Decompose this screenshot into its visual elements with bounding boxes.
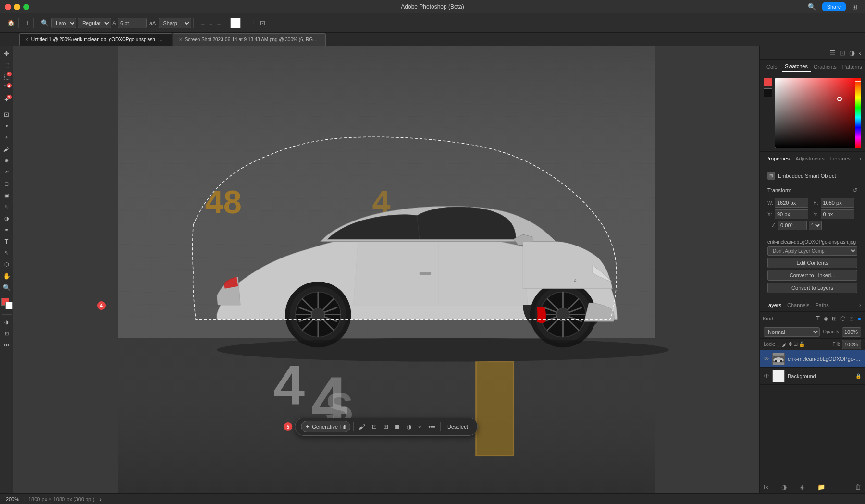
lock-position-btn[interactable]: ✥ bbox=[788, 341, 792, 347]
opacity-input[interactable] bbox=[842, 327, 861, 337]
y-input[interactable] bbox=[821, 209, 854, 219]
lock-image-btn[interactable]: 🖌 bbox=[782, 342, 787, 347]
ft-more-button[interactable]: ••• bbox=[426, 421, 437, 432]
text-baseline-button[interactable]: ⊥ bbox=[249, 18, 257, 28]
tab-channels[interactable]: Channels bbox=[785, 300, 811, 310]
color-gradient-picker[interactable] bbox=[775, 78, 861, 148]
gradient-tool-button[interactable]: ▣ bbox=[1, 190, 12, 200]
panels-button[interactable]: ⊞ bbox=[850, 2, 860, 12]
delete-layer-btn[interactable]: 🗑 bbox=[855, 483, 861, 491]
generative-fill-button[interactable]: ✦ Generative Fill bbox=[301, 421, 350, 432]
tab1-close[interactable]: × bbox=[25, 37, 28, 42]
filter-smartobj-btn[interactable]: ⊡ bbox=[848, 315, 855, 322]
quick-mask-button[interactable]: ◑ bbox=[1, 317, 12, 327]
lock-artboard-btn[interactable]: ⊡ bbox=[793, 341, 798, 347]
layer-item-0[interactable]: 👁 erik-mclean-dbLgODXOPgo-unsplash bbox=[760, 350, 865, 368]
layer-0-visibility[interactable]: 👁 bbox=[764, 356, 769, 362]
crop-tool-button[interactable]: ⊡ bbox=[1, 109, 12, 120]
minimize-button[interactable] bbox=[14, 4, 20, 10]
ft-fill-button[interactable]: ◼ bbox=[393, 421, 402, 432]
stamp-tool-button[interactable]: ⊕ bbox=[1, 155, 12, 166]
ft-transform-button[interactable]: ⊡ bbox=[370, 421, 379, 432]
history-brush-button[interactable]: ↶ bbox=[1, 167, 12, 177]
convert-linked-button[interactable]: Convert to Linked... bbox=[767, 270, 857, 281]
deselect-button[interactable]: Deselect bbox=[444, 422, 472, 431]
add-filter-btn[interactable]: fx bbox=[764, 483, 768, 491]
layer-item-1[interactable]: 👁 Background 🔒 bbox=[760, 368, 865, 385]
text-tool-icon[interactable]: T bbox=[25, 18, 31, 28]
tab-swatches[interactable]: Swatches bbox=[782, 61, 811, 72]
tab-document-2[interactable]: × Screen Shot 2023-06-14 at 9.13.43 AM.p… bbox=[173, 33, 326, 46]
resize-font-icon[interactable]: aA bbox=[148, 19, 157, 27]
font-family-select[interactable]: Lato bbox=[51, 18, 76, 28]
anti-alias-select[interactable]: Sharp Smooth Crisp bbox=[159, 18, 191, 28]
lock-all-btn[interactable]: 🔒 bbox=[799, 341, 805, 347]
text-color-swatch[interactable] bbox=[230, 18, 241, 28]
move-tool-button[interactable]: ✥ bbox=[1, 48, 12, 59]
ft-mask-button[interactable]: ◑ bbox=[405, 421, 413, 432]
angle-input[interactable] bbox=[778, 221, 807, 230]
font-style-select[interactable]: Regular bbox=[78, 18, 111, 28]
tab2-close[interactable]: × bbox=[179, 37, 182, 42]
filter-type-btn[interactable]: T bbox=[815, 315, 820, 322]
panel-collapse-btn[interactable]: ‹ bbox=[858, 49, 862, 57]
ft-select-subject[interactable]: ⌖ bbox=[416, 421, 423, 432]
align-right-button[interactable]: ≡ bbox=[216, 18, 222, 28]
canvas-area[interactable]: 48 4 4 bbox=[13, 46, 759, 493]
convert-layers-button[interactable]: Convert to Layers bbox=[767, 283, 857, 293]
filter-shape-btn[interactable]: ⬡ bbox=[840, 315, 846, 322]
align-left-button[interactable]: ≡ bbox=[199, 18, 206, 28]
screen-mode-button[interactable]: ⊡ bbox=[1, 328, 12, 339]
hand-tool-button[interactable]: ✋ bbox=[1, 270, 12, 281]
filter-text-btn[interactable]: ⊞ bbox=[831, 315, 838, 322]
blend-mode-select[interactable]: Normal bbox=[764, 327, 820, 337]
panel-icon-3[interactable]: ◑ bbox=[848, 49, 856, 57]
add-layer-btn[interactable]: + bbox=[838, 483, 842, 491]
tab-document-1[interactable]: × Untitled-1 @ 200% (erik-mclean-dbLgODX… bbox=[19, 33, 172, 46]
edit-contents-button[interactable]: Edit Contents bbox=[767, 258, 857, 268]
close-button[interactable] bbox=[5, 4, 11, 10]
tab-properties[interactable]: Properties bbox=[764, 154, 791, 163]
tab-patterns[interactable]: Patterns bbox=[840, 62, 865, 72]
width-input[interactable] bbox=[775, 198, 808, 208]
tab-color[interactable]: Color bbox=[764, 62, 782, 72]
angle-dropdown[interactable]: ° bbox=[809, 221, 822, 230]
zoom-level[interactable]: 200% bbox=[6, 496, 19, 502]
layers-collapse-btn[interactable]: › bbox=[859, 302, 861, 308]
panel-icon-1[interactable]: ☰ bbox=[828, 49, 837, 57]
tab-paths[interactable]: Paths bbox=[814, 300, 831, 310]
tab-libraries[interactable]: Libraries bbox=[828, 154, 853, 163]
brush-tool-button[interactable]: 🖌 bbox=[1, 144, 12, 154]
eraser-tool-button[interactable]: ◻ bbox=[1, 178, 12, 189]
tab-gradients[interactable]: Gradients bbox=[811, 62, 840, 72]
fill-input[interactable] bbox=[842, 340, 861, 349]
height-input[interactable] bbox=[821, 198, 854, 208]
share-button[interactable]: Share bbox=[822, 2, 846, 11]
font-size-input[interactable] bbox=[118, 18, 147, 28]
status-arrow[interactable]: › bbox=[98, 494, 103, 504]
tab-layers[interactable]: Layers bbox=[764, 300, 783, 310]
zoom-tool-button[interactable]: 🔍 bbox=[1, 282, 12, 293]
more-tools-button[interactable]: ••• bbox=[1, 340, 12, 350]
add-adjustment-btn[interactable]: ◈ bbox=[800, 483, 804, 491]
warp-text-button[interactable]: ⊡ bbox=[259, 18, 267, 28]
search-button[interactable]: 🔍 bbox=[805, 2, 818, 12]
background-color-well[interactable] bbox=[764, 88, 772, 97]
text-tool-button[interactable]: T bbox=[1, 236, 12, 246]
panel-icon-2[interactable]: ⊡ bbox=[839, 49, 846, 57]
add-group-btn[interactable]: 📁 bbox=[817, 483, 825, 491]
eyedropper-button[interactable]: ✦ bbox=[1, 121, 12, 131]
healing-brush-button[interactable]: ⌖ bbox=[1, 132, 12, 143]
dodge-tool-button[interactable]: ◑ bbox=[1, 213, 12, 223]
path-select-button[interactable]: ↖ bbox=[1, 247, 12, 258]
properties-collapse-btn[interactable]: › bbox=[859, 155, 861, 162]
hue-strip[interactable] bbox=[855, 78, 861, 148]
blur-tool-button[interactable]: ≋ bbox=[1, 201, 12, 212]
ft-brush-button[interactable]: 🖌 bbox=[357, 421, 367, 432]
layer-comp-dropdown[interactable]: Don't Apply Layer Comp bbox=[767, 246, 857, 256]
pen-tool-button[interactable]: ✒ bbox=[1, 224, 12, 235]
filter-toggle-btn[interactable]: ● bbox=[857, 315, 862, 322]
add-mask-btn[interactable]: ◑ bbox=[781, 483, 787, 491]
foreground-color-well[interactable] bbox=[764, 78, 772, 86]
ft-warp-button[interactable]: ⊞ bbox=[382, 421, 390, 432]
